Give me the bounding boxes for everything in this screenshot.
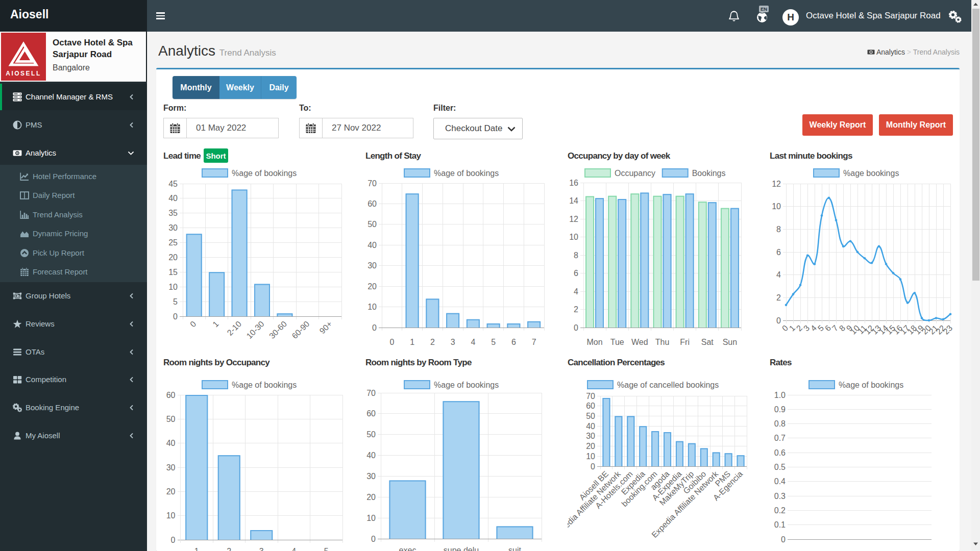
svg-text:10: 10 (772, 202, 781, 211)
svg-text:3: 3 (259, 547, 264, 551)
svg-text:Mon: Mon (587, 338, 603, 346)
svg-text:Thu: Thu (655, 338, 670, 346)
svg-text:0.6: 0.6 (774, 448, 786, 457)
svg-text:Lead time: Lead time (163, 151, 201, 161)
svg-text:6: 6 (776, 248, 781, 257)
svg-text:6: 6 (511, 338, 516, 346)
svg-text:1: 1 (194, 547, 199, 551)
svg-text:2: 2 (574, 305, 578, 314)
svg-text:30: 30 (166, 463, 176, 472)
svg-text:23: 23 (942, 323, 954, 336)
svg-text:3: 3 (451, 338, 455, 346)
svg-text:10: 10 (368, 303, 377, 311)
svg-text:Sun: Sun (723, 338, 737, 346)
svg-text:30-60: 30-60 (267, 319, 288, 340)
svg-text:20: 20 (166, 487, 176, 496)
svg-text:Room nights by Room Type: Room nights by Room Type (365, 358, 472, 367)
svg-text:1: 1 (211, 319, 220, 329)
svg-text:4: 4 (574, 287, 578, 296)
svg-text:0: 0 (171, 536, 176, 544)
svg-text:70: 70 (586, 392, 595, 400)
svg-text:50: 50 (166, 415, 176, 423)
svg-text:12: 12 (569, 215, 578, 223)
svg-text:Occupancy by day of week: Occupancy by day of week (568, 151, 671, 161)
svg-text:10: 10 (586, 452, 595, 461)
svg-text:60-90: 60-90 (290, 319, 311, 340)
svg-text:%age of bookings: %age of bookings (434, 381, 499, 389)
svg-text:Short: Short (206, 152, 226, 160)
svg-text:6: 6 (574, 269, 578, 278)
svg-text:60: 60 (368, 199, 377, 208)
svg-text:%age of cancelled bookings: %age of cancelled bookings (617, 381, 719, 389)
svg-text:2: 2 (227, 547, 231, 551)
svg-text:60: 60 (366, 409, 376, 418)
svg-text:4: 4 (291, 547, 296, 551)
svg-text:Sat: Sat (701, 338, 714, 346)
svg-text:0.8: 0.8 (774, 419, 786, 428)
svg-text:25: 25 (168, 238, 178, 247)
svg-text:0.5: 0.5 (774, 463, 786, 471)
svg-text:0: 0 (188, 319, 198, 329)
svg-text:30: 30 (168, 223, 178, 232)
svg-text:90+: 90+ (318, 319, 334, 335)
svg-text:10: 10 (168, 283, 178, 291)
svg-text:Expedia Affiliate Network: Expedia Affiliate Network (552, 469, 623, 539)
svg-text:12: 12 (772, 180, 781, 188)
svg-text:50: 50 (366, 430, 376, 439)
svg-text:0.9: 0.9 (774, 405, 786, 414)
svg-text:Cancellation Percentages: Cancellation Percentages (568, 358, 665, 367)
svg-text:10: 10 (366, 514, 376, 522)
svg-text:1: 1 (410, 338, 414, 346)
svg-text:10-30: 10-30 (245, 319, 266, 340)
svg-text:0: 0 (574, 323, 578, 332)
svg-text:30: 30 (368, 261, 377, 270)
svg-text:%age of bookings: %age of bookings (434, 169, 499, 178)
svg-text:30: 30 (586, 432, 595, 440)
svg-text:60: 60 (166, 391, 176, 399)
svg-text:2: 2 (776, 293, 781, 302)
svg-text:2: 2 (430, 338, 435, 346)
svg-text:16: 16 (569, 179, 578, 187)
svg-text:20: 20 (368, 282, 377, 291)
svg-text:40: 40 (368, 241, 377, 249)
svg-text:Fri: Fri (680, 338, 690, 346)
svg-text:7: 7 (532, 338, 536, 346)
svg-text:Room nights by Occupancy: Room nights by Occupancy (163, 358, 270, 367)
svg-text:20: 20 (586, 442, 595, 450)
svg-text:4: 4 (776, 270, 781, 279)
svg-text:14: 14 (569, 196, 578, 205)
svg-text:0.4: 0.4 (774, 477, 786, 486)
svg-text:0: 0 (591, 462, 595, 471)
svg-text:8: 8 (776, 225, 781, 234)
svg-text:70: 70 (368, 179, 377, 188)
svg-text:%age of bookings: %age of bookings (232, 381, 297, 389)
svg-text:%age of bookings: %age of bookings (232, 169, 297, 178)
svg-text:70: 70 (366, 389, 376, 397)
svg-text:20: 20 (168, 253, 178, 262)
svg-text:Bookings: Bookings (692, 169, 726, 178)
svg-text:10: 10 (569, 233, 578, 241)
svg-text:0: 0 (781, 535, 786, 544)
svg-text:5: 5 (324, 547, 329, 551)
svg-text:40: 40 (366, 451, 376, 460)
svg-text:8: 8 (574, 251, 578, 260)
svg-text:Wed: Wed (631, 338, 648, 346)
svg-text:0: 0 (776, 316, 781, 325)
svg-text:5: 5 (491, 338, 496, 346)
svg-text:40: 40 (166, 439, 176, 447)
svg-text:0: 0 (389, 338, 394, 346)
svg-text:50: 50 (586, 412, 595, 420)
svg-text:%age of bookings: %age of bookings (839, 381, 903, 389)
svg-text:5: 5 (173, 297, 178, 306)
svg-text:30: 30 (366, 472, 376, 481)
svg-text:Last minute bookings: Last minute bookings (770, 151, 852, 161)
svg-text:exec: exec (399, 546, 416, 551)
svg-text:Length of Stay: Length of Stay (365, 151, 421, 161)
svg-text:0: 0 (371, 535, 376, 543)
svg-text:Tue: Tue (610, 338, 624, 346)
svg-text:1.0: 1.0 (774, 391, 786, 399)
svg-text:0.1: 0.1 (774, 520, 786, 529)
svg-text:supe delu: supe delu (444, 546, 479, 551)
svg-text:45: 45 (168, 180, 178, 188)
svg-text:10: 10 (166, 511, 176, 520)
